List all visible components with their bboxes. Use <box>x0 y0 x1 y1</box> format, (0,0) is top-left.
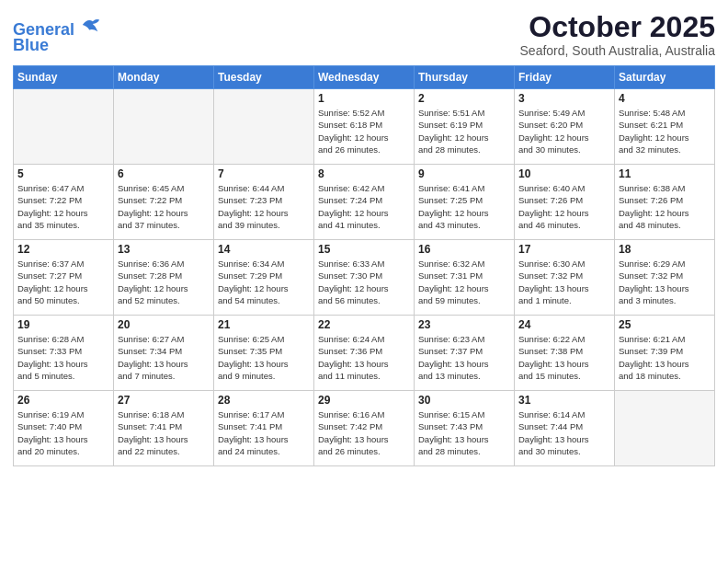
col-saturday: Saturday <box>615 66 715 89</box>
day-number: 21 <box>218 318 310 331</box>
day-number: 7 <box>218 167 310 180</box>
table-row: 17Sunrise: 6:30 AM Sunset: 7:32 PM Dayli… <box>515 240 615 316</box>
day-info: Sunrise: 6:19 AM Sunset: 7:40 PM Dayligh… <box>17 408 109 457</box>
table-row: 29Sunrise: 6:16 AM Sunset: 7:42 PM Dayli… <box>314 391 415 466</box>
table-row: 10Sunrise: 6:40 AM Sunset: 7:26 PM Dayli… <box>515 165 615 240</box>
calendar-table: Sunday Monday Tuesday Wednesday Thursday… <box>13 65 715 466</box>
day-info: Sunrise: 6:41 AM Sunset: 7:25 PM Dayligh… <box>418 182 510 231</box>
table-row: 18Sunrise: 6:29 AM Sunset: 7:32 PM Dayli… <box>615 240 715 316</box>
calendar-week-1: 1Sunrise: 5:52 AM Sunset: 6:18 PM Daylig… <box>14 89 715 165</box>
table-row: 9Sunrise: 6:41 AM Sunset: 7:25 PM Daylig… <box>415 165 515 240</box>
logo-bird-icon <box>81 15 101 35</box>
day-number: 5 <box>17 167 109 180</box>
header: General Blue October 2025 Seaford, South… <box>13 11 715 58</box>
table-row: 26Sunrise: 6:19 AM Sunset: 7:40 PM Dayli… <box>14 391 114 466</box>
day-info: Sunrise: 6:47 AM Sunset: 7:22 PM Dayligh… <box>17 182 109 231</box>
table-row: 20Sunrise: 6:27 AM Sunset: 7:34 PM Dayli… <box>114 316 214 391</box>
table-row: 19Sunrise: 6:28 AM Sunset: 7:33 PM Dayli… <box>14 316 114 391</box>
day-number: 30 <box>418 394 510 407</box>
day-info: Sunrise: 6:45 AM Sunset: 7:22 PM Dayligh… <box>118 182 210 231</box>
day-number: 31 <box>518 394 610 407</box>
day-info: Sunrise: 6:16 AM Sunset: 7:42 PM Dayligh… <box>318 408 410 457</box>
day-number: 15 <box>318 243 410 256</box>
day-number: 4 <box>619 92 711 105</box>
calendar-week-2: 5Sunrise: 6:47 AM Sunset: 7:22 PM Daylig… <box>14 165 715 240</box>
day-number: 3 <box>518 92 610 105</box>
table-row: 15Sunrise: 6:33 AM Sunset: 7:30 PM Dayli… <box>314 240 415 316</box>
day-info: Sunrise: 6:37 AM Sunset: 7:27 PM Dayligh… <box>17 258 109 306</box>
table-row: 28Sunrise: 6:17 AM Sunset: 7:41 PM Dayli… <box>214 391 314 466</box>
day-info: Sunrise: 6:14 AM Sunset: 7:44 PM Dayligh… <box>518 408 610 457</box>
table-row: 4Sunrise: 5:48 AM Sunset: 6:21 PM Daylig… <box>615 89 715 165</box>
day-number: 12 <box>17 243 109 256</box>
col-friday: Friday <box>515 66 615 89</box>
day-number: 9 <box>418 167 510 180</box>
day-info: Sunrise: 6:23 AM Sunset: 7:37 PM Dayligh… <box>418 333 510 382</box>
day-number: 19 <box>17 318 109 331</box>
month-title: October 2025 <box>520 11 715 43</box>
table-row: 11Sunrise: 6:38 AM Sunset: 7:26 PM Dayli… <box>615 165 715 240</box>
day-info: Sunrise: 6:25 AM Sunset: 7:35 PM Dayligh… <box>218 333 310 382</box>
day-number: 23 <box>418 318 510 331</box>
table-row: 1Sunrise: 5:52 AM Sunset: 6:18 PM Daylig… <box>314 89 415 165</box>
day-info: Sunrise: 6:21 AM Sunset: 7:39 PM Dayligh… <box>619 333 711 382</box>
col-tuesday: Tuesday <box>214 66 314 89</box>
day-number: 11 <box>619 167 711 180</box>
page: General Blue October 2025 Seaford, South… <box>0 0 728 563</box>
day-info: Sunrise: 6:30 AM Sunset: 7:32 PM Dayligh… <box>518 258 610 306</box>
table-row: 6Sunrise: 6:45 AM Sunset: 7:22 PM Daylig… <box>114 165 214 240</box>
day-info: Sunrise: 6:18 AM Sunset: 7:41 PM Dayligh… <box>118 408 210 457</box>
day-info: Sunrise: 6:32 AM Sunset: 7:31 PM Dayligh… <box>418 258 510 306</box>
day-number: 18 <box>619 243 711 256</box>
table-row: 25Sunrise: 6:21 AM Sunset: 7:39 PM Dayli… <box>615 316 715 391</box>
day-number: 26 <box>17 394 109 407</box>
table-row: 22Sunrise: 6:24 AM Sunset: 7:36 PM Dayli… <box>314 316 415 391</box>
day-number: 24 <box>518 318 610 331</box>
calendar-week-5: 26Sunrise: 6:19 AM Sunset: 7:40 PM Dayli… <box>14 391 715 466</box>
day-info: Sunrise: 6:24 AM Sunset: 7:36 PM Dayligh… <box>318 333 410 382</box>
calendar-week-4: 19Sunrise: 6:28 AM Sunset: 7:33 PM Dayli… <box>14 316 715 391</box>
logo: General Blue <box>13 15 101 55</box>
table-row: 5Sunrise: 6:47 AM Sunset: 7:22 PM Daylig… <box>14 165 114 240</box>
table-row: 30Sunrise: 6:15 AM Sunset: 7:43 PM Dayli… <box>415 391 515 466</box>
table-row <box>214 89 314 165</box>
calendar-header-row: Sunday Monday Tuesday Wednesday Thursday… <box>14 66 715 89</box>
header-right: October 2025 Seaford, South Australia, A… <box>520 11 715 58</box>
day-info: Sunrise: 6:33 AM Sunset: 7:30 PM Dayligh… <box>318 258 410 306</box>
table-row: 27Sunrise: 6:18 AM Sunset: 7:41 PM Dayli… <box>114 391 214 466</box>
day-info: Sunrise: 6:29 AM Sunset: 7:32 PM Dayligh… <box>619 258 711 306</box>
table-row: 14Sunrise: 6:34 AM Sunset: 7:29 PM Dayli… <box>214 240 314 316</box>
day-info: Sunrise: 6:28 AM Sunset: 7:33 PM Dayligh… <box>17 333 109 382</box>
table-row: 21Sunrise: 6:25 AM Sunset: 7:35 PM Dayli… <box>214 316 314 391</box>
table-row: 31Sunrise: 6:14 AM Sunset: 7:44 PM Dayli… <box>515 391 615 466</box>
day-number: 6 <box>118 167 210 180</box>
table-row: 3Sunrise: 5:49 AM Sunset: 6:20 PM Daylig… <box>515 89 615 165</box>
table-row: 12Sunrise: 6:37 AM Sunset: 7:27 PM Dayli… <box>14 240 114 316</box>
table-row <box>14 89 114 165</box>
day-info: Sunrise: 6:27 AM Sunset: 7:34 PM Dayligh… <box>118 333 210 382</box>
day-number: 14 <box>218 243 310 256</box>
table-row: 24Sunrise: 6:22 AM Sunset: 7:38 PM Dayli… <box>515 316 615 391</box>
calendar-week-3: 12Sunrise: 6:37 AM Sunset: 7:27 PM Dayli… <box>14 240 715 316</box>
day-info: Sunrise: 6:40 AM Sunset: 7:26 PM Dayligh… <box>518 182 610 231</box>
day-info: Sunrise: 6:34 AM Sunset: 7:29 PM Dayligh… <box>218 258 310 306</box>
day-info: Sunrise: 6:44 AM Sunset: 7:23 PM Dayligh… <box>218 182 310 231</box>
day-number: 27 <box>118 394 210 407</box>
col-thursday: Thursday <box>415 66 515 89</box>
day-number: 22 <box>318 318 410 331</box>
table-row: 13Sunrise: 6:36 AM Sunset: 7:28 PM Dayli… <box>114 240 214 316</box>
day-number: 1 <box>318 92 410 105</box>
col-monday: Monday <box>114 66 214 89</box>
col-wednesday: Wednesday <box>314 66 415 89</box>
day-info: Sunrise: 6:38 AM Sunset: 7:26 PM Dayligh… <box>619 182 711 231</box>
table-row: 2Sunrise: 5:51 AM Sunset: 6:19 PM Daylig… <box>415 89 515 165</box>
table-row: 23Sunrise: 6:23 AM Sunset: 7:37 PM Dayli… <box>415 316 515 391</box>
table-row: 7Sunrise: 6:44 AM Sunset: 7:23 PM Daylig… <box>214 165 314 240</box>
day-number: 10 <box>518 167 610 180</box>
day-info: Sunrise: 5:52 AM Sunset: 6:18 PM Dayligh… <box>318 107 410 155</box>
day-info: Sunrise: 5:49 AM Sunset: 6:20 PM Dayligh… <box>518 107 610 155</box>
day-info: Sunrise: 6:15 AM Sunset: 7:43 PM Dayligh… <box>418 408 510 457</box>
table-row: 8Sunrise: 6:42 AM Sunset: 7:24 PM Daylig… <box>314 165 415 240</box>
day-info: Sunrise: 6:36 AM Sunset: 7:28 PM Dayligh… <box>118 258 210 306</box>
day-info: Sunrise: 6:17 AM Sunset: 7:41 PM Dayligh… <box>218 408 310 457</box>
